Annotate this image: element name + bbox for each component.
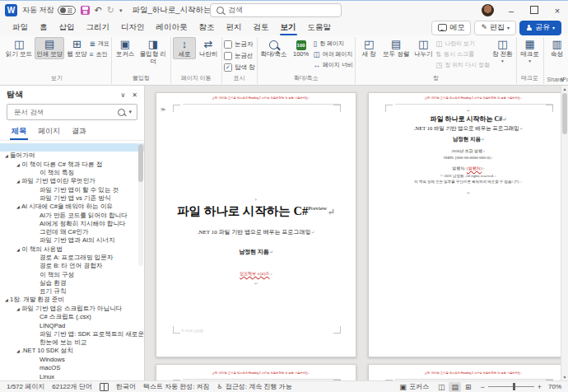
ribbon-button[interactable]: ▣포커스 xyxy=(114,37,137,59)
nav-heading-item[interactable]: 이 책의 특징 xyxy=(0,169,144,177)
nav-heading-item[interactable]: ◢이 책의 사용법 xyxy=(0,245,144,254)
ribbon-small-button[interactable]: ▯한 페이지 xyxy=(314,39,353,49)
page-indicator[interactable]: 1/572 페이지 xyxy=(7,382,44,391)
minimize-button[interactable]: – xyxy=(505,6,517,16)
web-layout-view-icon[interactable]: ⊞ xyxy=(463,382,474,392)
expand-triangle-icon[interactable]: ◢ xyxy=(15,162,21,167)
comments-button[interactable]: 메모 xyxy=(431,21,471,35)
nav-heading-item[interactable]: 파일 기반 앱 vs 기존 방식 xyxy=(0,194,144,203)
expand-triangle-icon[interactable]: ◢ xyxy=(15,204,21,209)
ribbon-button[interactable]: ⊞웹 모양 xyxy=(65,37,89,59)
nav-search-caret-icon[interactable]: ▾ xyxy=(128,109,132,115)
word-count[interactable]: 62122개 단어 xyxy=(52,382,91,391)
ribbon-tab[interactable]: 홈 xyxy=(34,21,54,35)
page-4[interactable]: 소제: 머리말 표시용 텍스트에 Heading 2 스타일 적용하려면 맨 앞… xyxy=(368,364,568,380)
nav-heading-item[interactable]: AI에게 정확히 지시해야 합니다 xyxy=(0,220,144,228)
nav-heading-item[interactable]: LINQPad xyxy=(0,321,144,329)
zoom-in-icon[interactable]: + xyxy=(538,383,542,391)
expand-triangle-icon[interactable]: ◢ xyxy=(15,179,21,184)
ribbon-button[interactable]: ◫창 전환▾ xyxy=(491,37,514,64)
nav-heading-item[interactable]: ◢이 책이 다른 C# 책과 다른 점 xyxy=(0,161,144,169)
ribbon-small-button[interactable]: ≡초안 xyxy=(90,49,109,59)
ribbon-button[interactable]: ◨몰입형 리더 xyxy=(137,37,169,66)
page-2[interactable]: 소제: 머리말 표시용 텍스트에 Heading 2 스타일 적용하려면 맨 앞… xyxy=(368,92,568,357)
expand-triangle-icon[interactable]: ◢ xyxy=(3,297,10,302)
expand-triangle-icon[interactable]: ◢ xyxy=(3,153,10,158)
checkbox-icon[interactable] xyxy=(224,52,232,60)
ribbon-tab[interactable]: 그리기 xyxy=(81,21,116,35)
nav-heading-item[interactable]: Linux xyxy=(0,372,144,380)
nav-heading-item[interactable]: 파일 기반 앱이 할 수 있는 것 xyxy=(0,185,144,194)
ribbon-button[interactable]: ▤모두 정렬 xyxy=(381,37,411,59)
text-autocomplete-status[interactable]: 텍스트 자동 완성: 켜짐 xyxy=(143,382,210,391)
nav-tab[interactable]: 결과 xyxy=(67,124,91,140)
nav-heading-item[interactable]: 경로 A: 프로그래밍 입문자 xyxy=(0,254,144,262)
nav-tab[interactable]: 제목 xyxy=(7,124,31,140)
page-3[interactable]: 소제: 머리말 표시용 텍스트에 Heading 2 스타일 적용하려면 맨 앞… xyxy=(156,364,356,380)
nav-heading-item[interactable]: 파일 기반 앱과 AI의 시너지 xyxy=(0,236,144,245)
read-mode-view-icon[interactable]: ◫ xyxy=(435,382,448,392)
ribbon-tab[interactable]: 디자인 xyxy=(115,21,151,35)
focus-mode-button[interactable]: ▣ 포커스 xyxy=(399,382,429,391)
ribbon-tab[interactable]: 편지 xyxy=(221,21,248,35)
zoom-out-icon[interactable]: − xyxy=(480,383,484,391)
nav-heading-item[interactable]: AI가 만든 코드를 읽어야 합니다 xyxy=(0,211,144,219)
nav-tab[interactable]: 페이지 xyxy=(33,124,65,140)
checkbox-icon[interactable] xyxy=(224,40,232,49)
nav-close-icon[interactable]: ✕ xyxy=(132,91,137,99)
scroll-down-icon[interactable]: ▼ xyxy=(561,375,568,380)
ribbon-tab[interactable]: 검토 xyxy=(248,21,275,35)
expand-triangle-icon[interactable]: ◢ xyxy=(15,306,21,311)
quick-access-caret-icon[interactable]: ▾ xyxy=(119,7,123,14)
document-scrollbar[interactable]: ▲ ▼ xyxy=(561,86,568,380)
ribbon-tab[interactable]: 레이아웃 xyxy=(151,21,193,35)
nav-heading-item[interactable]: 이 책의 구성 xyxy=(0,270,144,278)
ribbon-checkbox[interactable]: ✓탐색 창 xyxy=(224,62,255,72)
nav-heading-item[interactable]: 실습 환경 xyxy=(0,279,144,287)
nav-options-caret-icon[interactable]: ∨ xyxy=(120,91,125,99)
ribbon-small-button[interactable]: ≣개요 xyxy=(90,39,109,49)
editing-button[interactable]: ✎ 편집 ▾ xyxy=(474,21,516,35)
ribbon-button[interactable]: ▥속성 xyxy=(546,37,568,59)
print-layout-view-icon[interactable]: ▤ xyxy=(449,382,461,392)
ribbon-tab[interactable]: 보기 xyxy=(275,21,302,35)
document-canvas[interactable]: 소제: 머리말 표시용 텍스트에 Heading 2 스타일 적용하려면 맨 앞… xyxy=(145,86,568,380)
search-input[interactable]: 검색 xyxy=(210,3,342,17)
nav-heading-item[interactable]: Windows xyxy=(0,355,144,363)
nav-heading-item[interactable]: ◢1장. 개발 환경 준비 xyxy=(0,296,144,304)
zoom-slider[interactable]: − + xyxy=(480,383,542,391)
expand-triangle-icon[interactable]: ◢ xyxy=(15,247,21,252)
ribbon-button[interactable]: ◫나누기 xyxy=(412,37,435,59)
nav-heading-item[interactable]: 경로 B: 타 언어 경험자 xyxy=(0,262,144,270)
ribbon-button[interactable]: ⇄나란히 xyxy=(197,37,220,59)
nav-heading-item[interactable]: macOS xyxy=(0,364,144,372)
ribbon-small-button[interactable]: ◫여러 페이지 xyxy=(314,49,353,59)
expand-triangle-icon[interactable]: ◢ xyxy=(15,348,21,353)
nav-heading-item[interactable]: ◢파일 기반 앱이란 무엇인가 xyxy=(0,177,144,185)
avatar[interactable] xyxy=(482,4,494,16)
redo-icon[interactable]: ↻ xyxy=(107,6,114,15)
nav-heading-item[interactable] xyxy=(0,143,144,152)
ribbon-tab[interactable]: 참조 xyxy=(193,21,221,35)
nav-scrollbar[interactable] xyxy=(138,142,143,266)
ribbon-tab[interactable]: 도움말 xyxy=(302,21,338,35)
nav-heading-item[interactable]: ◢파일 기반 앱은 스크립트가 아닙니다 xyxy=(0,305,144,313)
ribbon-tab[interactable]: 파일 xyxy=(7,21,34,35)
ribbon-tab[interactable]: 삽입 xyxy=(54,21,81,35)
zoom-slider-thumb[interactable] xyxy=(513,383,515,390)
language-indicator[interactable]: 한국어 xyxy=(116,382,136,391)
nav-search-icon[interactable] xyxy=(118,109,125,116)
nav-heading-item[interactable]: ◢들어가며 xyxy=(0,152,144,160)
autosave-toggle[interactable]: 끔 xyxy=(58,6,76,15)
nav-heading-item[interactable]: 한눈에 보는 비교 xyxy=(0,338,144,347)
ribbon-button[interactable]: 확대/축소 xyxy=(259,37,289,59)
accessibility-status[interactable]: ♿ 접근성: 계속 진행 가능 xyxy=(217,382,292,391)
share-button[interactable]: 공유 ▾ xyxy=(519,21,561,35)
scrollbar-thumb[interactable] xyxy=(562,93,567,134)
undo-icon[interactable]: ↶ xyxy=(95,6,102,15)
scroll-up-icon[interactable]: ▲ xyxy=(561,86,568,91)
save-icon[interactable] xyxy=(81,6,90,15)
ribbon-button[interactable]: ▦매크로▾ xyxy=(519,37,542,64)
nav-heading-item[interactable]: C# 스크립트 (.csx) xyxy=(0,313,144,321)
ribbon-button[interactable]: ▤인쇄 모양 xyxy=(35,37,64,59)
